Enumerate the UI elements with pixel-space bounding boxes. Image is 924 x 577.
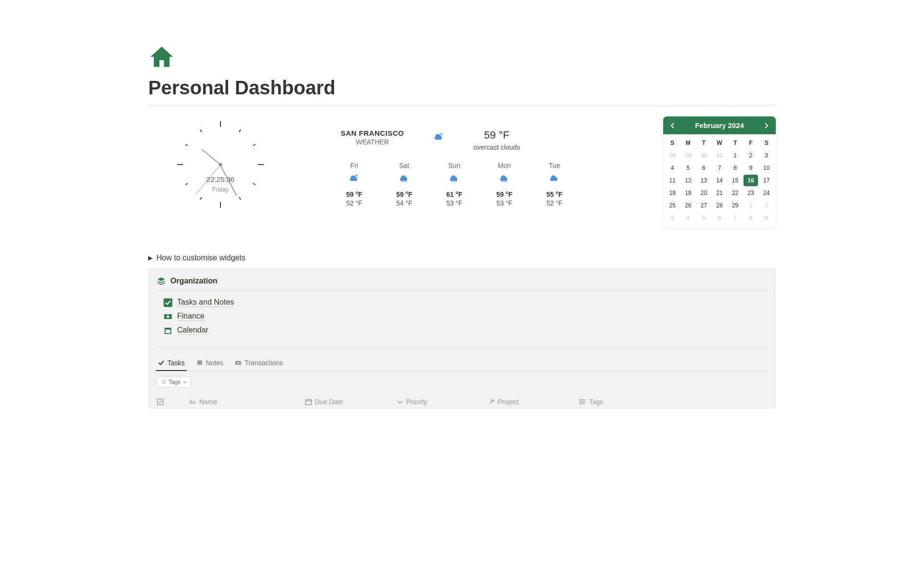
calendar-day[interactable]: 22: [728, 187, 743, 199]
svg-line-6: [454, 181, 454, 182]
calendar-day[interactable]: 18: [665, 187, 680, 199]
calendar-day[interactable]: 7: [712, 162, 727, 174]
calendar-prev-button[interactable]: [669, 122, 677, 129]
svg-point-0: [440, 133, 442, 136]
svg-point-29: [579, 401, 580, 402]
svg-rect-15: [166, 330, 170, 333]
tab-tasks[interactable]: Tasks: [157, 356, 186, 371]
calendar-day[interactable]: 3: [759, 150, 774, 161]
svg-point-13: [167, 315, 169, 318]
forecast-day-name: Mon: [491, 162, 518, 169]
calendar-day[interactable]: 20: [696, 187, 711, 199]
clock-time: 22:25:36: [206, 175, 234, 183]
org-link[interactable]: Finance: [164, 309, 767, 323]
column-due-date[interactable]: Due Date: [305, 398, 377, 406]
calendar-day[interactable]: 14: [712, 175, 727, 186]
forecast-high: 55 °F: [541, 191, 568, 198]
calendar-day[interactable]: 2: [759, 200, 774, 211]
forecast-low: 53 °F: [441, 199, 468, 207]
calendar-day[interactable]: 8: [744, 212, 758, 224]
customise-widgets-disclosure[interactable]: ▶ How to customise widgets: [148, 254, 776, 262]
calendar-day[interactable]: 1: [744, 200, 758, 211]
calendar-day[interactable]: 17: [759, 175, 774, 186]
clock-day: Friday: [212, 186, 228, 193]
svg-point-1: [356, 175, 358, 177]
calendar-day[interactable]: 29: [681, 150, 696, 161]
calendar-day[interactable]: 6: [712, 212, 727, 224]
calendar-next-button[interactable]: [762, 122, 770, 129]
forecast-low: 52 °F: [541, 199, 568, 207]
book-icon: [196, 359, 203, 366]
calendar-dow: T: [696, 137, 711, 149]
calendar-day[interactable]: 26: [681, 200, 696, 211]
calendar-day[interactable]: 29: [728, 200, 743, 211]
text-icon: Aa: [190, 398, 196, 405]
calendar-day[interactable]: 21: [712, 187, 727, 199]
calendar-day[interactable]: 4: [665, 162, 680, 174]
calendar-day[interactable]: 9: [744, 162, 758, 174]
select-icon: [397, 398, 403, 405]
calendar-day[interactable]: 23: [744, 187, 758, 199]
svg-line-7: [456, 181, 456, 182]
svg-point-17: [238, 362, 240, 364]
calendar-day[interactable]: 16: [744, 175, 758, 186]
calendar-day[interactable]: 19: [681, 187, 696, 199]
tab-label: Transactions: [244, 359, 283, 367]
calendar-day[interactable]: 5: [681, 162, 696, 174]
column-name[interactable]: Aa Name: [190, 398, 286, 406]
forecast-day: Sat59 °F54 °F: [391, 162, 418, 207]
svg-line-3: [404, 181, 404, 182]
forecast-day: Fri59 °F52 °F: [341, 162, 368, 207]
weather-subtitle: WEATHER: [341, 138, 404, 146]
calendar-day[interactable]: 8: [728, 162, 743, 174]
svg-rect-23: [306, 399, 311, 405]
calendar-day[interactable]: 5: [696, 212, 711, 224]
organization-panel: Organization Tasks and NotesFinanceCalen…: [148, 268, 776, 409]
calendar-dow: S: [759, 137, 774, 149]
svg-point-30: [579, 403, 580, 404]
calendar-day[interactable]: 4: [681, 212, 696, 224]
tab-transactions[interactable]: Transactions: [234, 356, 284, 371]
forecast-day-name: Fri: [341, 162, 368, 169]
clock-widget: 22:25:36 Friday: [148, 116, 293, 227]
calendar-month-label: February 2024: [695, 121, 744, 129]
calendar-dow: T: [728, 137, 743, 149]
column-priority[interactable]: Priority: [397, 398, 469, 406]
column-project[interactable]: Project: [488, 398, 560, 406]
calendar-day[interactable]: 10: [759, 162, 774, 174]
calendar-day[interactable]: 15: [728, 175, 743, 186]
calendar-day[interactable]: 25: [665, 200, 680, 211]
tags-chip-label: Tags: [168, 379, 180, 385]
page-title: Personal Dashboard: [148, 77, 776, 99]
svg-line-10: [506, 181, 506, 182]
calendar-day[interactable]: 12: [681, 175, 696, 186]
calendar-day[interactable]: 30: [696, 150, 711, 161]
svg-line-8: [502, 181, 502, 182]
calendar-day[interactable]: 6: [696, 162, 711, 174]
svg-line-4: [406, 181, 406, 182]
calendar-day[interactable]: 9: [759, 212, 774, 224]
calendar-day[interactable]: 24: [759, 187, 774, 199]
calendar-day[interactable]: 28: [665, 150, 680, 161]
org-link[interactable]: Tasks and Notes: [164, 295, 767, 309]
calendar-day[interactable]: 3: [665, 212, 680, 224]
tags-filter-chip[interactable]: Tags: [157, 377, 191, 387]
calendar-day[interactable]: 11: [665, 175, 680, 186]
calendar-day[interactable]: 31: [712, 150, 727, 161]
calendar-day[interactable]: 2: [744, 150, 758, 161]
forecast-day-name: Tue: [541, 162, 568, 169]
multiselect-icon: [579, 398, 586, 405]
column-tags[interactable]: Tags: [579, 398, 652, 406]
weather-icon: [341, 173, 368, 186]
calendar-day[interactable]: 27: [696, 200, 711, 211]
calendar-day[interactable]: 13: [696, 175, 711, 186]
tab-notes[interactable]: Notes: [195, 356, 225, 371]
forecast-day-name: Sat: [391, 162, 418, 169]
disclosure-label: How to customise widgets: [156, 254, 245, 262]
checkbox-column-icon[interactable]: [157, 398, 164, 405]
calendar-icon: [305, 398, 312, 405]
calendar-day[interactable]: 28: [712, 200, 727, 211]
org-link[interactable]: Calendar: [164, 323, 767, 337]
calendar-day[interactable]: 1: [728, 150, 743, 161]
calendar-day[interactable]: 7: [728, 212, 743, 224]
